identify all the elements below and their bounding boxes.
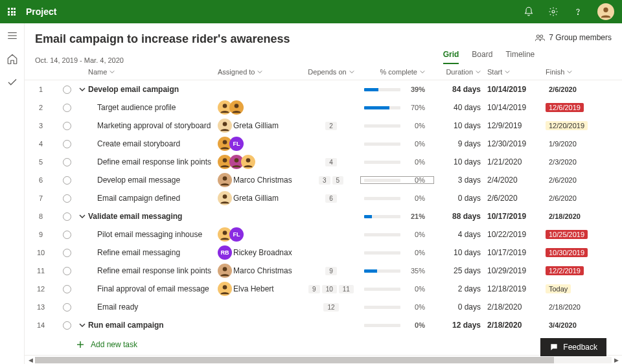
assigned-cell[interactable]: FL [218,227,302,242]
chevron-down-icon[interactable] [79,213,86,220]
duration-cell[interactable]: 9 days [434,139,487,148]
percent-cell[interactable]: 0% [360,249,434,256]
chevron-down-icon[interactable] [79,86,86,93]
task-name[interactable]: Run email campaign [88,321,218,330]
menu-icon[interactable] [6,30,18,41]
assigned-cell[interactable]: FL [218,137,302,151]
assigned-cell[interactable]: Elva Hebert [218,282,302,296]
depends-cell[interactable]: 2 [302,122,360,130]
task-name[interactable]: Refine email response link points [88,266,218,275]
scroll-thumb[interactable] [35,357,554,363]
home-icon[interactable] [6,53,18,65]
percent-cell[interactable]: 0% [360,176,434,184]
percent-cell[interactable]: 35% [360,267,434,275]
complete-toggle[interactable] [63,194,71,203]
task-row[interactable]: 9Pilot email messaging inhouseFL0%4 days… [25,225,622,244]
finish-cell[interactable]: Today [546,284,622,293]
percent-cell[interactable]: 0% [360,194,434,202]
assigned-cell[interactable]: Marco Christmas [218,264,302,278]
complete-toggle[interactable] [63,212,71,221]
horizontal-scrollbar[interactable]: ◀ ▶ [25,355,622,364]
percent-cell[interactable]: 0% [360,158,434,166]
start-cell[interactable]: 10/29/2019 [487,266,546,275]
app-launcher-icon[interactable] [8,8,16,16]
duration-cell[interactable]: 10 days [434,248,487,257]
complete-toggle[interactable] [63,158,71,166]
col-start[interactable]: Start [487,68,546,76]
scroll-right-icon[interactable]: ▶ [612,357,621,363]
tab-board[interactable]: Board [472,50,492,64]
percent-cell[interactable]: 70% [360,104,434,111]
duration-cell[interactable]: 25 days [434,266,487,275]
finish-cell[interactable]: 2/6/2020 [546,194,622,203]
complete-toggle[interactable] [63,267,71,275]
col-depends[interactable]: Depends on [302,68,360,76]
task-row[interactable]: 6Develop email messageMarco Christmas350… [25,171,622,189]
chevron-down-icon[interactable] [79,322,86,328]
feedback-button[interactable]: Feedback [540,338,606,356]
depends-cell[interactable]: 12 [302,303,360,312]
duration-cell[interactable]: 4 days [434,230,487,239]
task-row[interactable]: 14Run email campaign0%12 days2/18/20203/… [25,316,622,334]
percent-cell[interactable]: 0% [360,140,434,148]
task-name[interactable]: Email campaign defined [88,194,218,203]
task-name[interactable]: Final approval of email message [88,284,218,293]
task-row[interactable]: 11Refine email response link pointsMarco… [25,262,622,280]
complete-toggle[interactable] [63,249,71,257]
complete-toggle[interactable] [63,321,71,330]
duration-cell[interactable]: 10 days [434,157,487,166]
percent-cell[interactable]: 0% [360,303,434,311]
task-name[interactable]: Define email response link points [88,157,218,166]
task-row[interactable]: 7Email campaign definedGreta Gilliam60%0… [25,189,622,207]
start-cell[interactable]: 10/14/2019 [487,103,546,112]
assigned-cell[interactable]: Marco Christmas [218,173,302,187]
start-cell[interactable]: 2/18/2020 [487,302,546,312]
duration-cell[interactable]: 2 days [434,284,487,293]
complete-toggle[interactable] [63,303,71,312]
start-cell[interactable]: 10/17/2019 [487,212,546,221]
start-cell[interactable]: 12/9/2019 [487,121,546,130]
group-members-button[interactable]: 7 Group members [535,32,612,43]
col-finish[interactable]: Finish [546,68,622,76]
check-icon[interactable] [6,76,18,88]
task-name[interactable]: Target audience profile [88,103,218,112]
duration-cell[interactable]: 88 days [434,212,487,221]
col-assigned[interactable]: Assigned to [218,68,302,76]
settings-icon[interactable] [548,6,559,17]
complete-toggle[interactable] [63,85,71,94]
finish-cell[interactable]: 12/2/2019 [546,266,622,275]
task-row[interactable]: 1Develop email campaign39%84 days10/14/2… [25,80,622,98]
task-row[interactable]: 10Refine email messagingRBRickey Broadna… [25,244,622,262]
percent-cell[interactable]: 0% [360,122,434,130]
duration-cell[interactable]: 84 days [434,85,487,94]
depends-cell[interactable]: 9 [302,267,360,275]
depends-cell[interactable]: 6 [302,194,360,203]
task-name[interactable]: Pilot email messaging inhouse [88,230,218,239]
finish-cell[interactable]: 2/18/2020 [546,212,622,221]
task-row[interactable]: 12Final approval of email messageElva He… [25,280,622,298]
task-name[interactable]: Develop email message [88,176,218,185]
col-duration[interactable]: Duration [434,68,487,76]
task-row[interactable]: 5Define email response link points40%10 … [25,153,622,171]
finish-cell[interactable]: 12/6/2019 [546,103,622,112]
depends-cell[interactable]: 91011 [302,285,360,293]
task-name[interactable]: Email ready [88,302,218,312]
finish-cell[interactable]: 10/25/2019 [546,230,622,239]
percent-cell[interactable]: 0% [360,231,434,238]
task-row[interactable]: 8Validate email messaging21%88 days10/17… [25,207,622,225]
start-cell[interactable]: 2/18/2020 [487,321,546,330]
start-cell[interactable]: 10/22/2019 [487,230,546,239]
assigned-cell[interactable]: Greta Gilliam [218,191,302,205]
scroll-left-icon[interactable]: ◀ [26,357,35,363]
finish-cell[interactable]: 2/6/2020 [546,176,622,185]
complete-toggle[interactable] [63,122,71,130]
task-name[interactable]: Create email storyboard [88,139,218,148]
finish-cell[interactable]: 2/6/2020 [546,85,622,94]
complete-toggle[interactable] [63,231,71,239]
help-icon[interactable] [573,6,583,17]
assigned-cell[interactable] [218,100,302,115]
complete-toggle[interactable] [63,140,71,148]
finish-cell[interactable]: 1/9/2020 [546,139,622,148]
depends-cell[interactable]: 4 [302,158,360,166]
percent-cell[interactable]: 0% [360,285,434,293]
